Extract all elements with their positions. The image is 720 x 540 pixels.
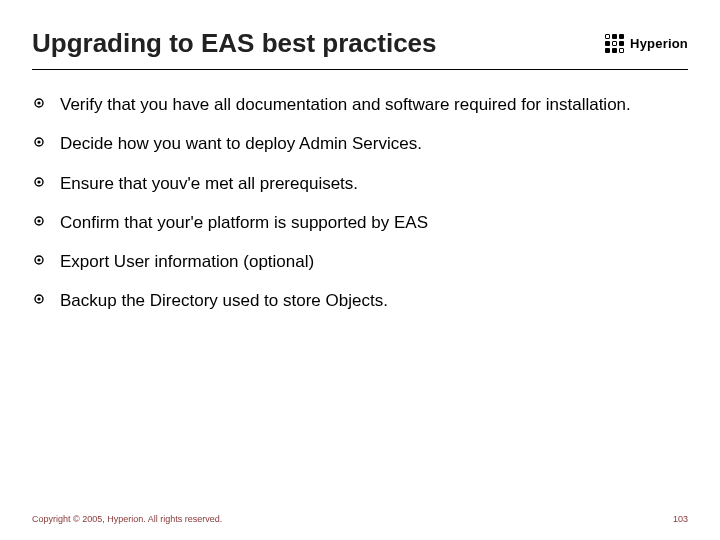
bullet-text: Verify that you have all documentation a… [60,95,631,114]
svg-point-3 [37,141,40,144]
bullet-icon [34,177,44,187]
hyperion-logo-icon [605,34,624,53]
svg-point-11 [37,298,40,301]
list-item: Decide how you want to deploy Admin Serv… [32,133,688,154]
slide-title: Upgrading to EAS best practices [32,28,437,59]
brand-logo: Hyperion [605,34,688,53]
svg-point-1 [37,101,40,104]
svg-point-5 [37,180,40,183]
list-item: Export User information (optional) [32,251,688,272]
bullet-icon [34,98,44,108]
brand-name: Hyperion [630,36,688,51]
list-item: Verify that you have all documentation a… [32,94,688,115]
bullet-icon [34,216,44,226]
list-item: Backup the Directory used to store Objec… [32,290,688,311]
bullet-icon [34,137,44,147]
bullet-text: Confirm that your'e platform is supporte… [60,213,428,232]
svg-point-7 [37,219,40,222]
bullet-text: Ensure that youv'e met all prerequisets. [60,174,358,193]
bullet-text: Decide how you want to deploy Admin Serv… [60,134,422,153]
list-item: Confirm that your'e platform is supporte… [32,212,688,233]
copyright-text: Copyright © 2005, Hyperion. All rights r… [32,514,222,524]
bullet-text: Backup the Directory used to store Objec… [60,291,388,310]
bullet-list: Verify that you have all documentation a… [32,94,688,312]
bullet-text: Export User information (optional) [60,252,314,271]
bullet-icon [34,255,44,265]
bullet-icon [34,294,44,304]
slide-header: Upgrading to EAS best practices Hyperion [32,28,688,70]
page-number: 103 [673,514,688,524]
slide-footer: Copyright © 2005, Hyperion. All rights r… [32,514,688,524]
slide: Upgrading to EAS best practices Hyperion… [0,0,720,540]
list-item: Ensure that youv'e met all prerequisets. [32,173,688,194]
svg-point-9 [37,258,40,261]
